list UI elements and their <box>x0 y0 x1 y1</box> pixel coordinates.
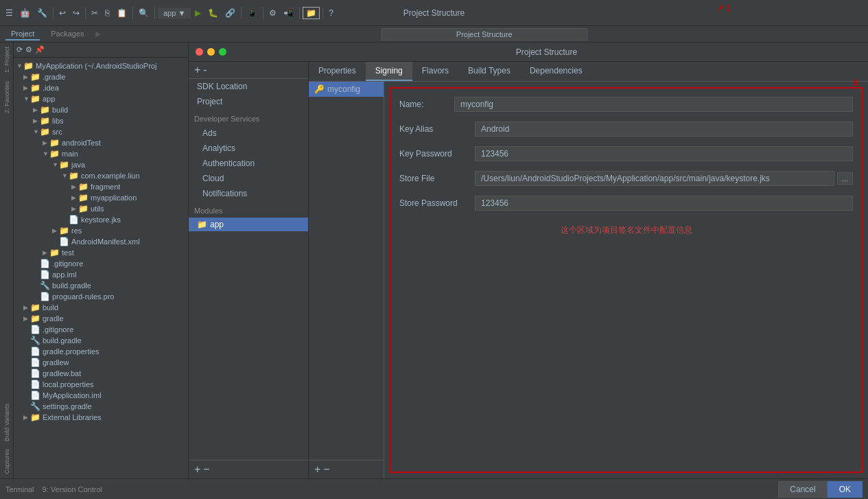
version-control-tab[interactable]: 9: Version Control <box>43 485 102 494</box>
tree-keystore[interactable]: ▶ 📄 keystore.jks ◀ 2 <box>14 214 188 225</box>
run-icon[interactable]: ▶ <box>192 7 204 19</box>
tree-local-properties[interactable]: ▶ 📄 local.properties <box>14 379 188 390</box>
gradle-icon[interactable]: 🔧 <box>34 7 50 19</box>
store-file-browse-btn[interactable]: ... <box>837 172 853 185</box>
tree-src[interactable]: ▼ 📁 src <box>14 126 188 137</box>
tree-myapp-iml[interactable]: ▶ 📄 MyApplication.iml <box>14 390 188 401</box>
signing-key-password-input[interactable] <box>475 146 853 161</box>
signing-config-myconfig[interactable]: 🔑 myconfig <box>309 82 384 97</box>
device-icon[interactable]: 📱 <box>244 7 260 19</box>
ps-nav-analytics[interactable]: Analytics <box>189 141 308 156</box>
ps-add-btn[interactable]: + <box>194 65 200 76</box>
signing-key-alias-input[interactable] <box>475 121 853 137</box>
project-structure-icon[interactable]: 📁 <box>303 7 320 19</box>
vtab-build-variants[interactable]: Build Variants <box>2 399 12 445</box>
tree-main[interactable]: ▼ 📁 main <box>14 148 188 159</box>
tree-gitignore-app[interactable]: ▶ 📄 .gitignore <box>14 258 188 269</box>
ps-nav-sdk[interactable]: SDK Location <box>189 79 308 94</box>
tree-proguard[interactable]: ▶ 📄 proguard-rules.pro <box>14 291 188 302</box>
ps-nav-authentication[interactable]: Authentication <box>189 156 308 171</box>
signing-name-input[interactable] <box>454 97 853 112</box>
tree-settings-gradle[interactable]: ▶ 🔧 settings.gradle <box>14 401 188 412</box>
ps-nav-notifications[interactable]: Notifications <box>189 186 308 201</box>
tree-appiml[interactable]: ▶ 📄 app.iml <box>14 269 188 280</box>
tree-buildgradle-app[interactable]: ▶ 🔧 build.gradle <box>14 280 188 291</box>
terminal-tab[interactable]: Terminal <box>5 485 34 494</box>
search-icon[interactable]: 🔍 <box>136 7 152 19</box>
tab-flavors[interactable]: Flavors <box>412 62 458 81</box>
sync-icon[interactable]: ⟳ <box>16 45 23 54</box>
tree-root-gradle[interactable]: ▶ 📁 gradle <box>14 313 188 324</box>
debug-icon[interactable]: 🐛 <box>205 7 221 19</box>
menu-icon[interactable]: ☰ <box>3 7 16 19</box>
ps-minimize-btn[interactable] <box>207 48 215 56</box>
avd-manager-icon[interactable]: 📲 <box>281 7 296 19</box>
tree-package[interactable]: ▼ 📁 com.example.liun <box>14 170 188 181</box>
redo-icon[interactable]: ↪ <box>70 7 82 19</box>
signing-add-btn[interactable]: + <box>314 463 320 476</box>
tree-utils[interactable]: ▶ 📁 utils <box>14 203 188 214</box>
tree-external-libs[interactable]: ▶ 📁 External Libraries <box>14 412 188 423</box>
tree-test[interactable]: ▶ 📁 test <box>14 247 188 258</box>
tree-androidtest[interactable]: ▶ 📁 androidTest <box>14 137 188 148</box>
tree-res[interactable]: ▶ 📁 res <box>14 225 188 236</box>
ps-nav-project[interactable]: Project <box>189 94 308 109</box>
android-icon[interactable]: 🤖 <box>17 7 33 19</box>
vtab-captures[interactable]: Captures <box>2 445 12 478</box>
ps-remove-btn[interactable]: - <box>203 65 207 76</box>
tab-properties[interactable]: Properties <box>309 62 366 81</box>
attach-icon[interactable]: 🔗 <box>222 7 238 19</box>
cancel-button[interactable]: Cancel <box>778 481 827 498</box>
copy-icon[interactable]: ⎘ <box>102 7 113 19</box>
ps-maximize-btn[interactable] <box>219 48 226 56</box>
signing-remove-btn[interactable]: − <box>323 463 329 476</box>
ps-nav-ads[interactable]: Ads <box>189 126 308 141</box>
tree-gradlewbat[interactable]: ▶ 📄 gradlew.bat <box>14 368 188 379</box>
tree-idea[interactable]: ▶ 📁 .idea <box>14 82 188 93</box>
signing-key-password-row: Key Password <box>399 146 853 161</box>
settings-icon[interactable]: ⚙ <box>25 45 32 54</box>
ps-module-remove-btn[interactable]: − <box>203 463 209 476</box>
ok-button[interactable]: OK <box>828 481 863 498</box>
file-tree-header: ⟳ ⚙ 📌 <box>14 43 188 58</box>
tab-signing[interactable]: Signing <box>366 62 412 81</box>
help-icon[interactable]: ? <box>326 7 336 19</box>
ps-search-input[interactable] <box>382 28 587 40</box>
tree-gradle-properties[interactable]: ▶ 📄 gradle.properties <box>14 346 188 357</box>
signing-key-password-label: Key Password <box>399 149 475 159</box>
run-config[interactable]: app ▼ <box>158 8 191 19</box>
tree-gradlew[interactable]: ▶ 📄 gradlew <box>14 357 188 368</box>
tree-manifest[interactable]: ▶ 📄 AndroidManifest.xml <box>14 236 188 247</box>
vtab-favorites[interactable]: 2: Favorites <box>2 77 12 117</box>
paste-icon[interactable]: 📋 <box>114 7 130 19</box>
tree-gradle[interactable]: ▶ 📁 .gradle <box>14 71 188 82</box>
tree-java[interactable]: ▼ 📁 java <box>14 159 188 170</box>
tree-libs[interactable]: ▶ 📁 libs <box>14 115 188 126</box>
tree-root[interactable]: ▼ 📁 MyApplication (~/.AndroidStudioProj <box>14 60 188 71</box>
tab-project[interactable]: Project <box>5 28 40 40</box>
ps-module-add-btn[interactable]: + <box>194 463 200 476</box>
tab-packages[interactable]: Packages <box>45 28 89 40</box>
pin-icon[interactable]: 📌 <box>35 45 45 54</box>
tree-root-build[interactable]: ▶ 📁 build <box>14 302 188 313</box>
tree-root-buildgradle[interactable]: ▶ 🔧 build.gradle <box>14 335 188 346</box>
vtab-project[interactable]: 1: Project <box>2 43 12 77</box>
ps-close-btn[interactable] <box>196 48 203 56</box>
tab-build-types[interactable]: Build Types <box>458 62 520 81</box>
tree-app-build[interactable]: ▶ 📁 build <box>14 104 188 115</box>
tab-dependencies[interactable]: Dependencies <box>520 62 592 81</box>
signing-store-password-input[interactable] <box>475 196 853 211</box>
tree-utils-label: utils <box>91 205 104 213</box>
undo-icon[interactable]: ↩ <box>56 7 69 19</box>
cut-icon[interactable]: ✂ <box>89 7 101 19</box>
tree-manifest-label: AndroidManifest.xml <box>71 237 140 246</box>
tree-myapplication[interactable]: ▶ 📁 myapplication <box>14 192 188 203</box>
ps-module-app[interactable]: 📁 app <box>189 218 308 231</box>
tree-app[interactable]: ▼ 📁 app <box>14 93 188 104</box>
tree-main-label: main <box>62 150 78 158</box>
ps-nav-cloud[interactable]: Cloud <box>189 171 308 186</box>
tree-fragment[interactable]: ▶ 📁 fragment <box>14 181 188 192</box>
signing-store-file-input[interactable] <box>475 171 834 186</box>
sdk-manager-icon[interactable]: ⚙ <box>266 7 279 19</box>
tree-root-gitignore[interactable]: ▶ 📄 .gitignore <box>14 324 188 335</box>
